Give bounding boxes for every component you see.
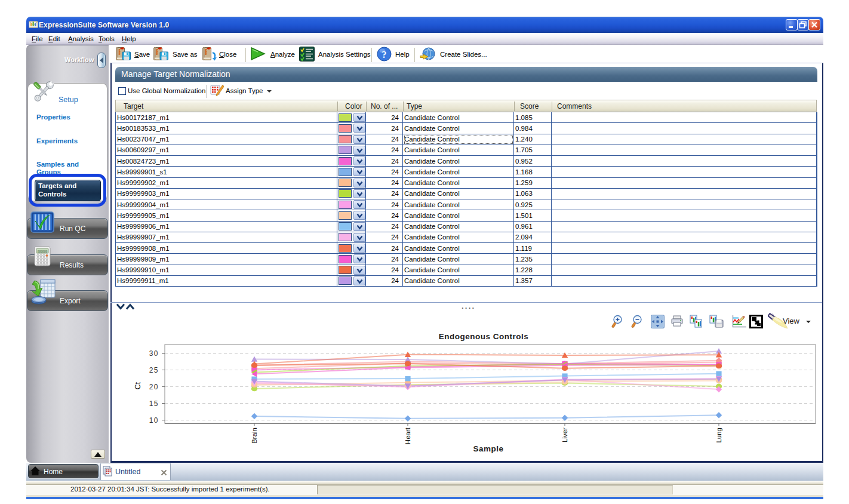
svg-text:888888: 888888 [38,250,48,253]
svg-text:25: 25 [149,366,159,374]
svg-text:Sample: Sample [473,444,503,453]
svg-text:Brain: Brain [251,428,258,444]
svg-text:Liver: Liver [561,428,568,442]
svg-text:?: ? [382,50,387,60]
svg-text:Lung: Lung [715,428,722,443]
svg-text:Heart: Heart [404,427,411,444]
svg-text:10: 10 [149,416,159,425]
svg-text:Ct: Ct [134,382,142,389]
svg-text:15: 15 [149,399,159,408]
svg-text:30: 30 [149,349,159,358]
svg-text:20: 20 [149,383,159,391]
